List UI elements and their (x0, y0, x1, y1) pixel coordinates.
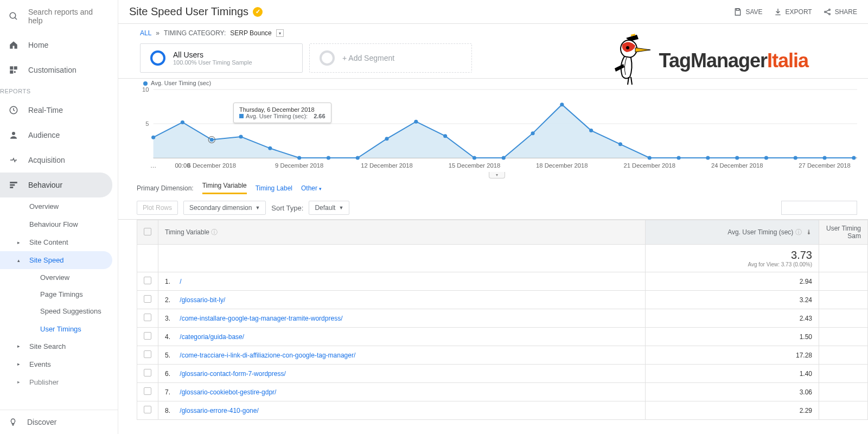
chart-expander[interactable]: ▾ (489, 172, 505, 178)
nav-realtime[interactable]: Real-Time (0, 98, 118, 123)
ss-user-timings[interactable]: User Timings (0, 321, 118, 337)
svg-rect-2 (10, 66, 13, 69)
secondary-dimension-select[interactable]: Secondary dimension ▼ (183, 201, 266, 215)
sidebar-search-placeholder: Search reports and help (28, 8, 109, 25)
col-timing-variable[interactable]: Timing Variable ⓘ (158, 220, 646, 245)
ss-speed-suggestions[interactable]: Speed Suggestions (0, 303, 118, 321)
row-checkbox[interactable] (144, 277, 151, 284)
svg-point-43 (735, 156, 739, 160)
breadcrumb-all[interactable]: ALL (140, 29, 151, 37)
segments-row: All Users 100.00% User Timing Sample + A… (118, 41, 868, 79)
svg-point-27 (268, 146, 272, 150)
table-search-input[interactable] (781, 201, 857, 215)
search-icon (9, 11, 18, 21)
nav-home[interactable]: Home (0, 33, 118, 58)
sub-site-speed[interactable]: ▴Site Speed (0, 251, 112, 269)
svg-point-44 (764, 156, 768, 160)
sub-site-search[interactable]: ▸Site Search (0, 337, 118, 355)
svg-text:6 December 2018: 6 December 2018 (188, 162, 236, 169)
clock-icon (9, 105, 18, 115)
tab-timing-variable[interactable]: Timing Variable (202, 182, 247, 194)
table-row[interactable]: 8. /glossario-errore-410-gone/ (158, 401, 646, 420)
chevron-right-icon: ▸ (17, 343, 24, 349)
controls-bar: Plot Rows Secondary dimension ▼ Sort Typ… (118, 197, 868, 220)
nav-behaviour[interactable]: Behaviour (0, 173, 112, 197)
export-button[interactable]: EXPORT (774, 8, 812, 16)
legend-dot-icon (143, 81, 148, 86)
svg-point-14 (828, 13, 830, 15)
svg-point-30 (356, 156, 360, 160)
main: Site Speed User Timings ✓ SAVE EXPORT SH… (118, 0, 868, 434)
svg-point-28 (297, 156, 301, 160)
svg-rect-9 (10, 184, 15, 186)
row-checkbox[interactable] (144, 387, 151, 395)
col-avg-timing[interactable]: Avg. User Timing (sec) ⓘ 🌡 (646, 220, 819, 245)
svg-text:18 December 2018: 18 December 2018 (536, 162, 588, 169)
nav-audience[interactable]: Audience (0, 123, 118, 148)
segment-all-users[interactable]: All Users 100.00% User Timing Sample (140, 43, 303, 73)
row-checkbox[interactable] (144, 332, 151, 340)
col-sample[interactable]: User Timing Sam (819, 220, 868, 245)
svg-rect-8 (10, 182, 17, 183)
nav-discover[interactable]: Discover (0, 410, 118, 434)
tab-timing-label[interactable]: Timing Label (256, 184, 292, 192)
sub-site-content[interactable]: ▸Site Content (0, 233, 118, 251)
svg-point-46 (822, 156, 826, 160)
table-row[interactable]: 7. /glossario-cookiebot-gestire-gdpr/ (158, 383, 646, 401)
sub-overview[interactable]: Overview (0, 197, 118, 215)
customisation-icon (9, 65, 18, 75)
svg-text:9 December 2018: 9 December 2018 (275, 162, 323, 169)
table-row[interactable]: 2. /glossario-bit-ly/ (158, 291, 646, 309)
row-checkbox[interactable] (144, 350, 151, 358)
tooltip-swatch-icon (239, 114, 244, 118)
sub-events[interactable]: ▸Events (0, 355, 118, 373)
user-icon (9, 130, 18, 140)
tab-other[interactable]: Other ▾ (301, 184, 322, 192)
table-row[interactable]: 1. / (158, 272, 646, 291)
row-checkbox[interactable] (144, 369, 151, 376)
share-icon (823, 8, 832, 16)
ss-overview[interactable]: Overview (0, 269, 118, 286)
bulb-icon (9, 418, 17, 426)
svg-text:12 December 2018: 12 December 2018 (361, 162, 413, 169)
ss-page-timings[interactable]: Page Timings (0, 286, 118, 303)
export-icon (774, 8, 782, 16)
svg-rect-4 (10, 71, 13, 74)
svg-point-23 (151, 136, 155, 139)
donut-icon (150, 50, 165, 66)
chevron-right-icon: ▸ (17, 361, 24, 367)
sort-type-select[interactable]: Default ▼ (309, 201, 349, 215)
svg-point-35 (502, 156, 506, 160)
svg-point-7 (12, 132, 15, 135)
sub-behaviour-flow[interactable]: Behaviour Flow (0, 215, 118, 233)
segment-add[interactable]: + Add Segment (309, 43, 472, 73)
table-row[interactable]: 5. /come-tracciare-i-link-di-affiliazion… (158, 346, 646, 365)
svg-point-32 (414, 120, 418, 124)
svg-point-36 (531, 131, 534, 135)
svg-point-29 (327, 156, 330, 160)
breadcrumb-dropdown[interactable]: ▾ (276, 29, 284, 37)
nav-acquisition[interactable]: Acquisition (0, 148, 118, 173)
verified-badge-icon: ✓ (253, 7, 263, 17)
line-chart[interactable]: 510…00:006 December 20189 December 20181… (137, 86, 857, 173)
table-row[interactable]: 4. /categoria/guida-base/ (158, 328, 646, 346)
chevron-right-icon: ▸ (17, 240, 24, 245)
sidebar-search[interactable]: Search reports and help (0, 0, 118, 33)
row-checkbox[interactable] (144, 295, 151, 303)
chart-tooltip: Thursday, 6 December 2018 Avg. User Timi… (233, 103, 331, 123)
select-all-checkbox[interactable] (144, 228, 151, 235)
row-checkbox[interactable] (144, 406, 151, 413)
share-button[interactable]: SHARE (823, 8, 857, 16)
row-checkbox[interactable] (144, 314, 151, 321)
save-button[interactable]: SAVE (733, 8, 762, 16)
acquisition-icon (9, 155, 18, 165)
nav-customisation[interactable]: Customisation (0, 58, 118, 82)
svg-point-25 (210, 138, 214, 142)
data-table: Timing Variable ⓘ Avg. User Timing (sec)… (137, 220, 868, 420)
svg-point-33 (443, 134, 447, 138)
sub-publisher[interactable]: ▸Publisher (0, 373, 118, 391)
table-row[interactable]: 3. /come-installare-google-tag-manager-t… (158, 309, 646, 328)
table-row[interactable]: 6. /glossario-contact-form-7-wordpress/ (158, 365, 646, 383)
svg-text:…: … (150, 162, 156, 169)
svg-rect-3 (14, 66, 17, 69)
